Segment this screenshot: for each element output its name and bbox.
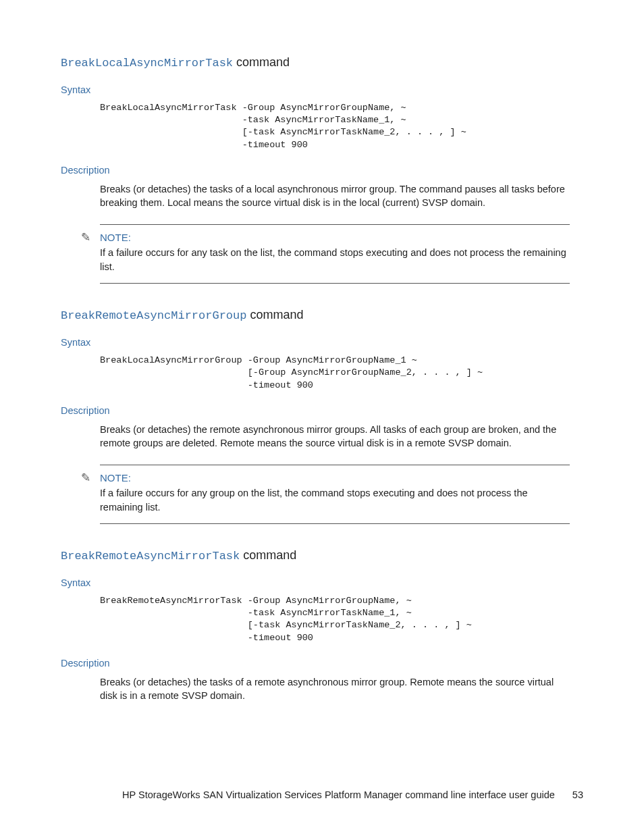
description-label: Description bbox=[61, 165, 583, 176]
command-name: BreakLocalAsyncMirrorTask bbox=[61, 57, 233, 70]
command-suffix: command bbox=[233, 55, 290, 69]
note-label: NOTE: bbox=[100, 232, 570, 243]
note-icon: ✎ bbox=[81, 471, 90, 485]
syntax-code: BreakLocalAsyncMirrorTask -Group AsyncMi… bbox=[100, 102, 583, 151]
description-text: Breaks (or detaches) the tasks of a loca… bbox=[100, 182, 570, 210]
note-block: ✎ NOTE: If a failure occurs for any grou… bbox=[100, 465, 570, 524]
command-name: BreakRemoteAsyncMirrorGroup bbox=[61, 309, 246, 322]
footer-title: HP StorageWorks SAN Virtualization Servi… bbox=[122, 789, 555, 800]
section-heading: BreakRemoteAsyncMirrorGroup command bbox=[61, 308, 583, 322]
page-footer: HP StorageWorks SAN Virtualization Servi… bbox=[61, 788, 583, 802]
section-heading: BreakRemoteAsyncMirrorTask command bbox=[61, 548, 583, 563]
syntax-label: Syntax bbox=[61, 577, 583, 588]
page-number: 53 bbox=[572, 788, 583, 802]
syntax-label: Syntax bbox=[61, 337, 583, 348]
page-container: BreakLocalAsyncMirrorTask command Syntax… bbox=[0, 0, 644, 834]
syntax-label: Syntax bbox=[61, 84, 583, 95]
note-label: NOTE: bbox=[100, 472, 570, 484]
section-heading: BreakLocalAsyncMirrorTask command bbox=[61, 55, 583, 70]
command-suffix: command bbox=[240, 548, 296, 562]
note-text: If a failure occurs for any group on the… bbox=[100, 486, 570, 514]
command-name: BreakRemoteAsyncMirrorTask bbox=[61, 550, 240, 563]
syntax-code: BreakLocalAsyncMirrorGroup -Group AsyncM… bbox=[100, 355, 583, 392]
description-label: Description bbox=[61, 405, 583, 416]
note-block: ✎ NOTE: If a failure occurs for any task… bbox=[100, 224, 570, 284]
note-icon: ✎ bbox=[81, 230, 90, 244]
syntax-code: BreakRemoteAsyncMirrorTask -Group AsyncM… bbox=[100, 595, 583, 644]
description-text: Breaks (or detaches) the tasks of a remo… bbox=[100, 675, 570, 703]
command-suffix: command bbox=[246, 308, 303, 321]
description-label: Description bbox=[61, 658, 583, 669]
description-text: Breaks (or detaches) the remote asynchro… bbox=[100, 423, 570, 450]
note-text: If a failure occurs for any task on the … bbox=[100, 246, 570, 273]
